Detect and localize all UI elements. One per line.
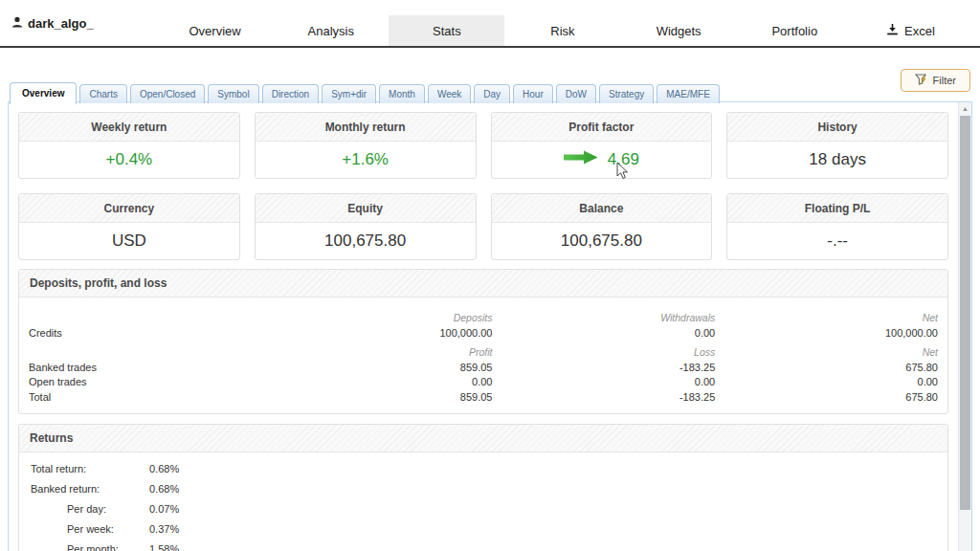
cell-value: 0.00 xyxy=(493,326,716,342)
list-item: Banked return: 0.68% xyxy=(29,478,938,498)
mouse-cursor xyxy=(616,162,630,185)
scrollbar-thumb[interactable] xyxy=(960,116,970,510)
subtab-open-closed[interactable]: Open/Closed xyxy=(130,84,205,103)
row-value: 1.58% xyxy=(149,543,179,551)
card-monthly-return: Monthly return +1.6% xyxy=(255,112,477,179)
table-header-row: Deposits Withdrawals Net xyxy=(29,303,938,326)
card-title: Balance xyxy=(492,194,712,223)
row-value: 0.37% xyxy=(149,523,179,535)
cell-value: 0.00 xyxy=(715,375,938,390)
account-menu[interactable]: dark_algo_ xyxy=(11,0,157,46)
col-header: Profit xyxy=(265,341,493,361)
nav-tab-widgets[interactable]: Widgets xyxy=(621,15,737,46)
row-label: Per day: xyxy=(29,503,149,515)
col-header: Net xyxy=(715,303,938,326)
nav-tab-label: Risk xyxy=(550,24,574,38)
subtab-week[interactable]: Week xyxy=(428,84,471,103)
nav-tabs: Overview Analysis Stats Risk Widgets Por… xyxy=(157,0,969,46)
card-value: 100,675.80 xyxy=(256,223,476,259)
subtab-strategy[interactable]: Strategy xyxy=(599,84,654,103)
nav-tab-risk[interactable]: Risk xyxy=(504,15,620,46)
cell-value: 100,000.00 xyxy=(715,326,938,342)
card-value: +0.4% xyxy=(19,142,239,178)
row-value: 0.68% xyxy=(149,463,179,474)
row-label: Banked trades xyxy=(29,361,265,376)
row-value: 0.07% xyxy=(149,503,179,515)
nav-tab-label: Excel xyxy=(904,24,935,38)
subtab-mae-mfe[interactable]: MAE/MFE xyxy=(657,84,720,103)
table-row: Open trades 0.00 0.00 0.00 xyxy=(29,375,938,390)
subtab-hour[interactable]: Hour xyxy=(513,84,553,103)
card-value: 18 days xyxy=(727,142,947,178)
row-label: Credits xyxy=(29,326,265,342)
stats-overview-panel: Weekly return +0.4% Monthly return +1.6%… xyxy=(8,101,972,551)
card-value: 100,675.80 xyxy=(492,223,712,259)
row-label: Banked return: xyxy=(29,483,149,495)
download-icon xyxy=(886,23,899,38)
nav-tab-portfolio[interactable]: Portfolio xyxy=(737,15,853,46)
row-value: 0.68% xyxy=(149,483,179,495)
list-item: Per week: 0.37% xyxy=(29,519,938,540)
cell-value: 859.05 xyxy=(265,361,493,376)
card-currency: Currency USD xyxy=(18,193,240,260)
nav-tab-analysis[interactable]: Analysis xyxy=(273,15,389,46)
subtab-charts[interactable]: Charts xyxy=(79,84,126,103)
deposits-profit-loss-section: Deposits, profit, and loss Deposits With… xyxy=(18,269,948,414)
table-header-row: Profit Loss Net xyxy=(29,341,938,361)
col-header: Deposits xyxy=(265,303,493,326)
summary-cards: Weekly return +0.4% Monthly return +1.6%… xyxy=(18,112,948,260)
cell-value: 100,000.00 xyxy=(265,326,493,342)
list-item: Per day: 0.07% xyxy=(29,498,938,518)
cell-value: -183.25 xyxy=(493,361,716,376)
nav-tab-overview[interactable]: Overview xyxy=(157,15,273,46)
returns-list: Total return: 0.68% Banked return: 0.68%… xyxy=(19,452,947,551)
card-equity: Equity 100,675.80 xyxy=(255,193,477,260)
card-title: Profit factor xyxy=(492,113,712,142)
row-label: Total xyxy=(29,390,265,406)
table-row: Banked trades 859.05 -183.25 675.80 xyxy=(29,361,938,376)
nav-tab-stats[interactable]: Stats xyxy=(389,15,504,46)
arrow-right-icon xyxy=(564,150,598,169)
col-header: Loss xyxy=(493,341,716,361)
nav-tab-label: Portfolio xyxy=(771,24,817,38)
stats-subtabs: Overview Charts Open/Closed Symbol Direc… xyxy=(10,81,723,103)
section-title: Returns xyxy=(19,425,947,452)
card-value: -.-- xyxy=(727,223,947,259)
subtab-direction[interactable]: Direction xyxy=(262,84,319,103)
subtab-overview[interactable]: Overview xyxy=(10,82,77,104)
nav-tab-label: Widgets xyxy=(657,24,702,38)
nav-tab-label: Stats xyxy=(433,24,461,38)
card-title: Weekly return xyxy=(19,113,239,142)
scroll-up-icon[interactable]: ▲ xyxy=(959,102,971,115)
card-weekly-return: Weekly return +0.4% xyxy=(18,112,240,179)
returns-section: Returns Total return: 0.68% Banked retur… xyxy=(18,424,948,551)
nav-tab-label: Overview xyxy=(189,24,240,38)
row-label: Per month: xyxy=(29,543,149,551)
card-title: Currency xyxy=(19,194,239,223)
cell-value: 0.00 xyxy=(265,375,493,390)
vertical-scrollbar[interactable]: ▲ xyxy=(958,102,971,551)
card-balance: Balance 100,675.80 xyxy=(491,193,713,260)
section-title: Deposits, profit, and loss xyxy=(19,270,947,298)
top-navigation: dark_algo_ Overview Analysis Stats Risk … xyxy=(0,0,980,48)
filter-button[interactable]: Filter xyxy=(901,69,970,92)
account-name: dark_algo_ xyxy=(28,16,94,31)
card-history: History 18 days xyxy=(726,112,948,179)
cell-value: -183.25 xyxy=(493,390,716,406)
user-icon xyxy=(11,16,23,31)
subtab-sym-dir[interactable]: Sym+dir xyxy=(322,84,376,103)
deposits-table: Deposits Withdrawals Net Credits 100,000… xyxy=(29,303,938,405)
subtab-month[interactable]: Month xyxy=(379,84,425,103)
card-title: Floating P/L xyxy=(727,194,947,223)
list-item: Per month: 1.58% xyxy=(29,540,938,551)
cell-value: 0.00 xyxy=(493,375,716,390)
subtab-symbol[interactable]: Symbol xyxy=(208,84,258,103)
col-header: Net xyxy=(715,341,938,361)
table-row: Total 859.05 -183.25 675.80 xyxy=(29,390,938,406)
row-label: Total return: xyxy=(29,463,149,474)
card-value: +1.6% xyxy=(256,142,476,178)
subtab-day[interactable]: Day xyxy=(474,84,510,103)
subtab-dow[interactable]: DoW xyxy=(556,84,596,103)
card-title: History xyxy=(727,113,947,142)
nav-tab-excel[interactable]: Excel xyxy=(853,15,969,46)
